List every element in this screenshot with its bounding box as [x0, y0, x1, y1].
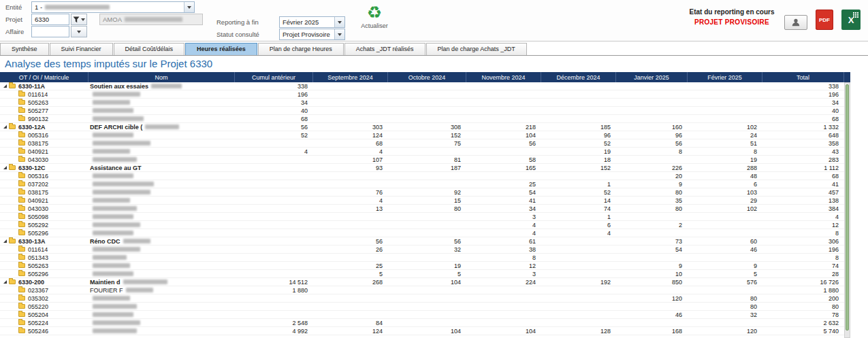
export-excel-button[interactable]: X	[841, 10, 861, 30]
value-cell	[466, 172, 541, 180]
table-row[interactable]: 04303010781581819283	[0, 156, 844, 164]
table-row[interactable]: 04092144198843	[0, 148, 844, 156]
projet-label: Projet	[5, 16, 22, 23]
tab-heures-realisees[interactable]: Heures réalisées	[185, 43, 257, 55]
table-row[interactable]: 5052633434	[0, 99, 844, 107]
value-cell	[616, 156, 688, 163]
row-code: 6330-13A	[18, 238, 46, 245]
table-row[interactable]: 011614196196	[0, 90, 844, 99]
export-pdf-button[interactable]: PDF	[816, 10, 833, 30]
column-header-total[interactable]: Total	[762, 72, 844, 82]
value-cell	[388, 303, 466, 310]
entite-select[interactable]: 1 -	[31, 1, 195, 13]
affaire-input[interactable]	[31, 26, 69, 37]
table-row[interactable]: 023367FOURIER F1 8801 880	[0, 286, 844, 294]
table-row[interactable]: 03530212080200	[0, 294, 844, 303]
folder-icon	[18, 149, 25, 154]
reporting-dropdown-arrow-icon[interactable]	[334, 17, 344, 27]
affaire-dropdown-button[interactable]	[71, 26, 87, 37]
tree-cell: 043030	[0, 205, 89, 212]
tab-plan-de-charge-heures[interactable]: Plan de charge Heures	[258, 43, 344, 55]
tab-suivi-financier[interactable]: Suivi Financier	[50, 43, 113, 55]
table-row[interactable]: 0381757692545280103457	[0, 188, 844, 197]
table-row[interactable]: 00531652124152104969624648	[0, 131, 844, 139]
table-row[interactable]: 505204463278	[0, 311, 844, 319]
value-cell: 103	[688, 188, 762, 196]
column-header-ot-oi-matricule[interactable]: OT / OI / Matricule	[0, 72, 89, 82]
column-header-septembre-2024[interactable]: Septembre 2024	[313, 72, 388, 82]
expand-collapse-icon[interactable]	[3, 239, 7, 243]
table-row[interactable]: 6330-13ARéno CDC5656617360306	[0, 237, 844, 246]
statut-dropdown-arrow-icon[interactable]	[334, 29, 344, 39]
column-header-janvier-2025[interactable]: Janvier 2025	[616, 72, 688, 82]
table-row[interactable]: 505296448	[0, 229, 844, 237]
column-header-decembre-2024[interactable]: Décembre 2024	[541, 72, 616, 82]
tree-cell: 011614	[0, 90, 89, 98]
column-header-nom[interactable]: Nom	[89, 72, 235, 82]
projet-filter-button[interactable]	[71, 14, 87, 25]
scrollbar-thumb[interactable]	[846, 84, 849, 331]
value-cell: 218	[466, 123, 541, 131]
entite-dropdown-arrow-icon[interactable]	[184, 2, 194, 12]
tab-detail-cout-delais[interactable]: Détail Coût/délais	[114, 43, 185, 55]
value-cell: 107	[313, 156, 388, 163]
table-row[interactable]: 0430301380347480102384	[0, 205, 844, 213]
value-cell: 68	[235, 115, 313, 122]
value-cell: 18	[541, 156, 616, 163]
folder-icon	[18, 263, 25, 268]
folder-icon	[9, 280, 16, 284]
value-cell: 196	[235, 90, 313, 98]
column-header-octobre-2024[interactable]: Octobre 2024	[388, 72, 466, 82]
table-row[interactable]: 50529655310528	[0, 270, 844, 278]
table-row[interactable]: 0116142632385446196	[0, 246, 844, 254]
value-cell: 34	[466, 205, 541, 212]
row-code: 505246	[28, 328, 48, 335]
table-row[interactable]: 505098314	[0, 213, 844, 221]
tab-plan-de-charge-achats-jdt[interactable]: Plan de charge Achats _JDT	[426, 43, 527, 55]
table-row[interactable]: 038175687556525651358	[0, 139, 844, 148]
table-row[interactable]: 5052242 548842 632	[0, 319, 844, 327]
reporting-select[interactable]: Février 2025	[279, 16, 345, 28]
value-cell: 56	[313, 237, 388, 245]
table-row[interactable]: 5052774040	[0, 107, 844, 115]
expand-collapse-icon[interactable]	[3, 125, 7, 129]
expand-collapse-icon[interactable]	[3, 166, 7, 169]
table-row[interactable]: 5052464 9921241041041281681205 740	[0, 327, 844, 335]
table-row[interactable]: 0552208080	[0, 303, 844, 311]
tab-synthese[interactable]: Synthèse	[0, 43, 49, 55]
actualiser-button[interactable]: ♻ Actualiser	[354, 3, 395, 29]
tree-cell: 505224	[0, 319, 89, 326]
table-row[interactable]: 6330-12CAssistance au GT9318716515222628…	[0, 164, 844, 172]
redacted-name-text	[123, 280, 167, 284]
column-header-cumul-anterieur[interactable]: Cumul antérieur	[235, 72, 313, 82]
column-header-fevrier-2025[interactable]: Février 2025	[688, 72, 762, 82]
column-header-novembre-2024[interactable]: Novembre 2024	[466, 72, 541, 82]
vertical-scrollbar[interactable]	[844, 72, 850, 338]
value-cell: 80	[616, 188, 688, 196]
table-row[interactable]: 5052632519129974	[0, 262, 844, 270]
table-row[interactable]: 6330-11ASoutien aux essaies338338	[0, 82, 844, 90]
table-row[interactable]: 05134388	[0, 254, 844, 262]
table-row[interactable]: 6330-12ADEF ARCHI cible (563033082181851…	[0, 123, 844, 131]
value-cell: 226	[616, 164, 688, 171]
value-cell	[688, 221, 762, 229]
table-row[interactable]: 005316204868	[0, 172, 844, 180]
table-row[interactable]: 9901326868	[0, 115, 844, 123]
statut-select[interactable]: Projet Provisoire	[279, 29, 345, 40]
redacted-name-text	[93, 320, 140, 325]
scrollbar-track[interactable]	[844, 82, 850, 338]
value-cell	[313, 172, 388, 180]
value-cell	[616, 90, 688, 98]
tab-achats-jdt-realises[interactable]: Achats _JDT réalisés	[344, 43, 425, 55]
table-row[interactable]: 04092141541143529138	[0, 197, 844, 205]
table-row[interactable]: 50529246212	[0, 221, 844, 229]
expand-collapse-icon[interactable]	[3, 84, 7, 88]
expand-collapse-icon[interactable]	[3, 280, 7, 284]
user-button[interactable]	[784, 15, 807, 30]
table-row[interactable]: 0372022519641	[0, 180, 844, 188]
projet-input[interactable]: 6330	[31, 14, 69, 25]
value-cell: 152	[541, 164, 616, 171]
tree-cell: 6330-200	[0, 278, 89, 286]
value-cell: 104	[388, 278, 466, 286]
table-row[interactable]: 6330-200Maintien d14 5122681042241928505…	[0, 278, 844, 286]
